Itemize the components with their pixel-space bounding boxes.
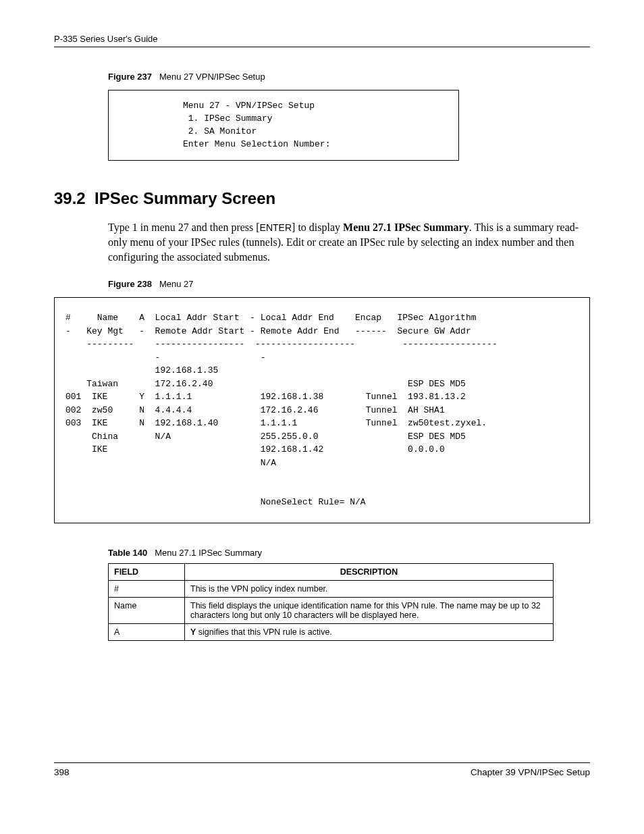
cell-desc: Y signifies that this VPN rule is active… bbox=[185, 623, 554, 640]
cell-field: A bbox=[109, 623, 185, 640]
table-140: FIELD DESCRIPTION # This is the VPN poli… bbox=[108, 563, 554, 641]
chapter-label: Chapter 39 VPN/IPSec Setup bbox=[471, 767, 590, 777]
table-140-text: Menu 27.1 IPSec Summary bbox=[155, 548, 262, 558]
cell-desc: This field displays the unique identific… bbox=[185, 597, 554, 623]
cell-desc: This is the VPN policy index number. bbox=[185, 580, 554, 597]
table-140-caption: Table 140 Menu 27.1 IPSec Summary bbox=[108, 548, 590, 558]
figure-238-caption: Figure 238 Menu 27 bbox=[108, 279, 590, 289]
footer-rule bbox=[54, 762, 590, 763]
table-row: # This is the VPN policy index number. bbox=[109, 580, 554, 597]
table-row: A Y signifies that this VPN rule is acti… bbox=[109, 623, 554, 640]
header-rule bbox=[54, 47, 590, 47]
section-number: 39.2 bbox=[54, 189, 86, 207]
section-heading: 39.2 IPSec Summary Screen bbox=[54, 189, 590, 208]
table-row: Name This field displays the unique iden… bbox=[109, 597, 554, 623]
figure-237-label: Figure 237 bbox=[108, 72, 152, 82]
col-header-description: DESCRIPTION bbox=[185, 563, 554, 580]
section-paragraph: Type 1 in menu 27 and then press [ENTER]… bbox=[108, 220, 590, 264]
table-header-row: FIELD DESCRIPTION bbox=[109, 563, 554, 580]
figure-238-box: # Name A Local Addr Start - Local Addr E… bbox=[54, 297, 590, 523]
col-header-field: FIELD bbox=[109, 563, 185, 580]
figure-237-text: Menu 27 VPN/IPSec Setup bbox=[159, 72, 265, 82]
page-header-title: P-335 Series User's Guide bbox=[54, 34, 590, 44]
figure-238-label: Figure 238 bbox=[108, 279, 152, 289]
cell-field: # bbox=[109, 580, 185, 597]
page-number: 398 bbox=[54, 767, 70, 777]
figure-237-box: Menu 27 - VPN/IPSec Setup 1. IPSec Summa… bbox=[108, 90, 459, 161]
cell-field: Name bbox=[109, 597, 185, 623]
table-140-label: Table 140 bbox=[108, 548, 147, 558]
section-title-text: IPSec Summary Screen bbox=[95, 189, 275, 207]
page-footer: 398 Chapter 39 VPN/IPSec Setup bbox=[54, 762, 590, 777]
figure-238-text: Menu 27 bbox=[159, 279, 194, 289]
figure-237-caption: Figure 237 Menu 27 VPN/IPSec Setup bbox=[108, 72, 590, 82]
